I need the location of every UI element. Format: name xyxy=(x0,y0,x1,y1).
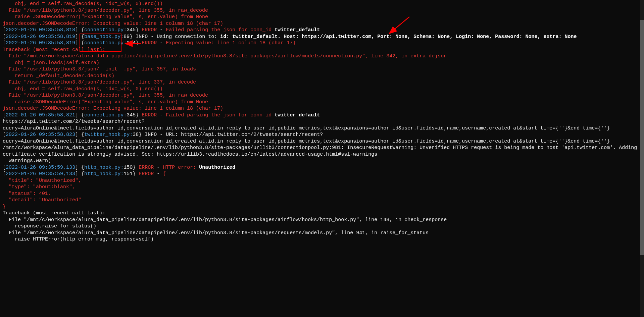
log-line: Traceback (most recent call last): xyxy=(3,210,641,217)
log-line: [2022-01-26 09:35:58,823] {twitter_hook.… xyxy=(3,131,641,145)
log-line: "title": "Unauthorized", xyxy=(3,177,641,184)
log-line: warnings.warn( xyxy=(3,158,641,164)
log-line: [2022-01-26 09:35:58,818] {connection.py… xyxy=(3,27,641,34)
log-line: return _default_decoder.decode(s) xyxy=(3,73,641,80)
log-line: File "/usr/lib/python3.8/json/decoder.py… xyxy=(3,79,641,86)
log-line: "detail": "Unauthorized" xyxy=(3,197,641,204)
log-line: [2022-01-26 09:35:59,133] {http_hook.py:… xyxy=(3,164,641,171)
terminal-output: obj, end = self.raw_decode(s, idx=_w(s, … xyxy=(3,1,641,243)
log-line: Traceback (most recent call last): xyxy=(3,47,641,53)
log-line: } xyxy=(3,204,641,210)
log-line: [2022-01-26 09:35:58,819] {connection.py… xyxy=(3,40,641,47)
log-line: json.decoder.JSONDecodeError: Expecting … xyxy=(3,20,641,27)
log-line: File "/mnt/c/workspace/alura_data_pipeli… xyxy=(3,230,641,236)
log-line: raise JSONDecodeError("Expecting value",… xyxy=(3,14,641,20)
log-line: File "/usr/lib/python3.8/json/decoder.py… xyxy=(3,7,641,14)
log-line: "type": "about:blank", xyxy=(3,184,641,191)
log-line: [2022-01-26 09:35:58,821] {connection.py… xyxy=(3,112,641,119)
log-line: File "/mnt/c/workspace/alura_data_pipeli… xyxy=(3,53,641,60)
scrollbar[interactable] xyxy=(640,0,644,244)
log-line: obj, end = self.raw_decode(s, idx=_w(s, … xyxy=(3,1,641,7)
log-line: raise JSONDecodeError("Expecting value",… xyxy=(3,99,641,106)
log-line: /mnt/c/workspace/alura_data_pipeline/dat… xyxy=(3,145,641,158)
log-line: raise HTTPError(http_error_msg, response… xyxy=(3,236,641,243)
log-line: [2022-01-26 09:35:58,819] {base_hook.py:… xyxy=(3,34,641,40)
log-line: "status": 401, xyxy=(3,191,641,197)
log-line: obj, end = self.raw_decode(s, idx=_w(s, … xyxy=(3,86,641,93)
scrollbar-thumb[interactable] xyxy=(640,20,644,244)
log-line: File "/mnt/c/workspace/alura_data_pipeli… xyxy=(3,217,641,223)
log-line: response.raise_for_status() xyxy=(3,223,641,230)
log-line: json.decoder.JSONDecodeError: Expecting … xyxy=(3,105,641,112)
log-line: https://api.twitter.com/2/tweets/search/… xyxy=(3,118,641,131)
log-line: [2022-01-26 09:35:59,133] {http_hook.py:… xyxy=(3,171,641,177)
log-line: File "/usr/lib/python3.8/json/__init__.p… xyxy=(3,66,641,73)
log-line: obj = json.loads(self.extra) xyxy=(3,60,641,66)
log-line: File "/usr/lib/python3.8/json/decoder.py… xyxy=(3,92,641,99)
